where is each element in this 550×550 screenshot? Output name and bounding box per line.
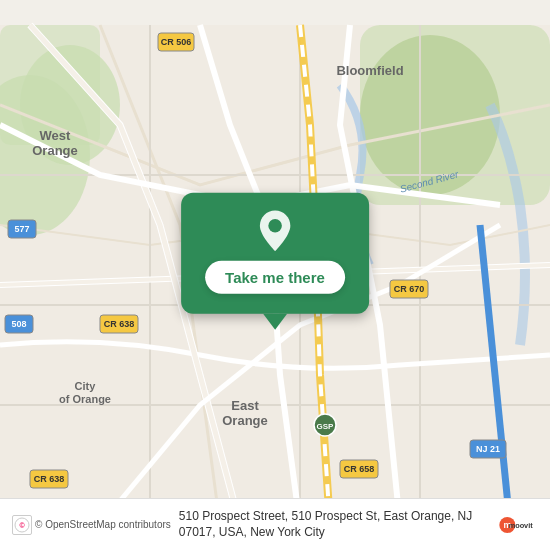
svg-text:508: 508 [11,319,26,329]
take-me-there-overlay: Take me there [181,193,369,330]
destination-card: Take me there [181,193,369,314]
svg-text:CR 506: CR 506 [161,37,192,47]
osm-icon: © [12,515,32,535]
svg-text:Orange: Orange [222,413,268,428]
svg-text:West: West [40,128,71,143]
svg-text:Orange: Orange [32,143,78,158]
svg-text:City: City [75,380,97,392]
svg-point-4 [360,35,500,195]
svg-text:CR 638: CR 638 [34,474,65,484]
osm-logo: © © OpenStreetMap contributors [12,515,171,535]
svg-text:©: © [19,522,25,529]
svg-text:GSP: GSP [317,422,335,431]
svg-text:CR 658: CR 658 [344,464,375,474]
osm-text: © OpenStreetMap contributors [35,519,171,530]
svg-text:of Orange: of Orange [59,393,111,405]
card-pointer [263,314,287,330]
svg-text:CR 638: CR 638 [104,319,135,329]
svg-text:NJ 21: NJ 21 [476,444,500,454]
map-container: CR 506 577 508 CR 638 CR 670 CR 638 CR 6… [0,0,550,550]
moovit-logo: m moovit [498,511,538,539]
address-text: 510 Prospect Street, 510 Prospect St, Ea… [179,509,490,540]
svg-text:moovit: moovit [509,520,534,529]
svg-text:Bloomfield: Bloomfield [336,63,403,78]
svg-text:East: East [231,398,259,413]
info-bar: © © OpenStreetMap contributors 510 Prosp… [0,498,550,550]
take-me-there-button[interactable]: Take me there [205,261,345,294]
svg-text:577: 577 [14,224,29,234]
svg-point-40 [268,219,282,233]
location-pin-icon [253,209,297,253]
svg-text:CR 670: CR 670 [394,284,425,294]
